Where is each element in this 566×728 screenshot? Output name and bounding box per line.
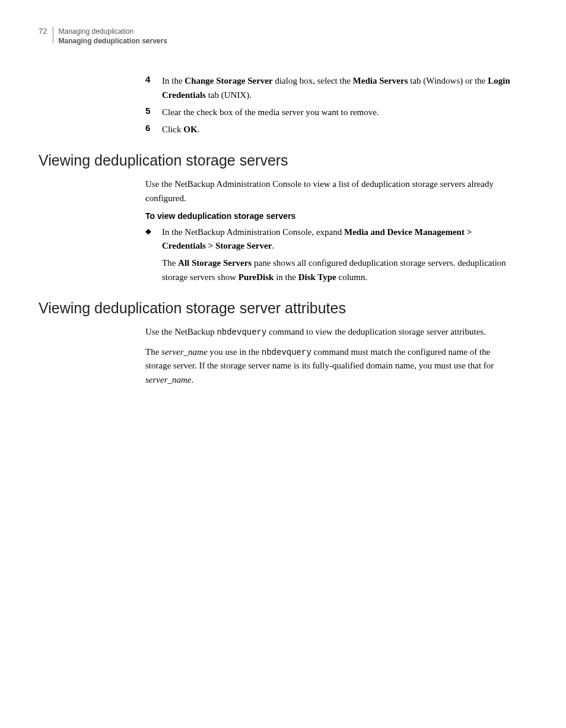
bullet-diamond-icon: ◆ xyxy=(145,225,162,253)
document-page: 72 Managing deduplication Managing dedup… xyxy=(0,0,566,428)
code-text: nbdevquery xyxy=(262,348,311,357)
section-1-content: Use the NetBackup Administration Console… xyxy=(145,177,516,284)
step-body: In the Change Storage Server dialog box,… xyxy=(162,74,516,102)
step-5: 5 Clear the check box of the media serve… xyxy=(145,106,516,119)
header-divider xyxy=(53,27,53,43)
step-body: Click OK. xyxy=(162,123,516,136)
bullet-item: ◆ In the NetBackup Administration Consol… xyxy=(145,225,516,253)
header-section: Managing deduplication servers xyxy=(58,36,167,46)
procedure-heading: To view deduplication storage servers xyxy=(145,211,516,221)
italic-text: server_name xyxy=(161,347,207,357)
paragraph: The server_name you use in the nbdevquer… xyxy=(145,345,516,387)
section-2-content: Use the NetBackup nbdevquery command to … xyxy=(145,325,516,387)
step-number: 6 xyxy=(145,123,162,136)
bullet-body: In the NetBackup Administration Console,… xyxy=(162,225,516,253)
page-number: 72 xyxy=(39,27,47,36)
step-list: 4 In the Change Storage Server dialog bo… xyxy=(145,74,516,136)
step-body: Clear the check box of the media server … xyxy=(162,106,516,119)
header-chapter: Managing deduplication xyxy=(58,27,167,36)
step-4: 4 In the Change Storage Server dialog bo… xyxy=(145,74,516,102)
paragraph: Use the NetBackup nbdevquery command to … xyxy=(145,325,516,339)
section-heading-1: Viewing deduplication storage servers xyxy=(39,152,516,169)
paragraph: Use the NetBackup Administration Console… xyxy=(145,177,516,205)
step-number: 4 xyxy=(145,74,162,102)
step-6: 6 Click OK. xyxy=(145,123,516,136)
code-text: nbdevquery xyxy=(217,328,266,337)
page-header: 72 Managing deduplication Managing dedup… xyxy=(39,27,516,46)
header-text: Managing deduplication Managing deduplic… xyxy=(58,27,167,46)
step-number: 5 xyxy=(145,106,162,119)
italic-text: server_name xyxy=(145,375,191,384)
bullet-follow-paragraph: The All Storage Servers pane shows all c… xyxy=(162,256,516,284)
section-heading-2: Viewing deduplication storage server att… xyxy=(39,300,516,317)
